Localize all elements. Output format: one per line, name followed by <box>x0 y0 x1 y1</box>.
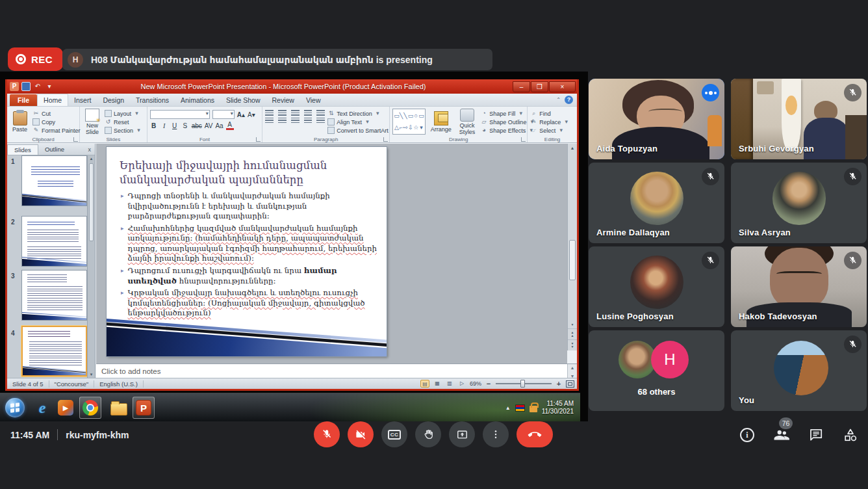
clipboard-dialog-launcher[interactable] <box>73 137 78 142</box>
window-titlebar[interactable]: P ↶ ▾ New Microsoft PowerPoint Presentat… <box>7 79 577 94</box>
thumbnail-scrollbar[interactable]: ▲ ▼ <box>87 155 95 378</box>
slide-thumbnail-3[interactable] <box>21 270 87 321</box>
minimize-button[interactable]: – <box>513 81 530 92</box>
undo-icon[interactable]: ↶ <box>33 82 42 91</box>
tray-security-icon[interactable] <box>530 406 537 412</box>
slideshow-view-button[interactable]: ▷ <box>457 380 466 388</box>
help-icon[interactable]: ? <box>565 96 573 104</box>
align-right-button[interactable] <box>291 118 300 124</box>
font-color-button[interactable]: A <box>226 121 234 130</box>
tab-home[interactable]: Home <box>37 94 68 106</box>
mic-toggle-button[interactable] <box>314 421 340 447</box>
align-left-button[interactable] <box>265 118 274 124</box>
justify-button[interactable] <box>304 118 313 124</box>
taskbar-ie-icon[interactable]: e <box>31 397 53 419</box>
tile-lusine-poghosyan[interactable]: Lusine Poghosyan <box>589 246 724 327</box>
shapes-gallery[interactable]: ▭╲╲▭○▭ △⌐⇨⇩☆▾ <box>392 109 426 135</box>
taskbar-clock[interactable]: 11:45 AM 11/30/2021 <box>542 400 578 416</box>
shadow-button[interactable]: S <box>181 122 189 129</box>
text-direction-button[interactable]: ⇅Text Direction ▾ <box>327 109 398 118</box>
format-painter-button[interactable]: ✎Format Painter <box>32 126 81 135</box>
decrease-indent-button[interactable] <box>291 110 300 116</box>
taskbar-chrome-icon[interactable] <box>79 397 101 419</box>
show-participants-button[interactable]: 76 <box>773 427 790 443</box>
tab-slide-show[interactable]: Slide Show <box>220 94 266 106</box>
taskbar-explorer-icon[interactable] <box>108 397 130 419</box>
reading-view-button[interactable]: ▥ <box>445 380 454 388</box>
slide-thumbnail-2[interactable] <box>21 216 87 267</box>
zoom-out-button[interactable]: − <box>485 380 492 388</box>
camera-toggle-button[interactable] <box>348 421 374 447</box>
columns-button[interactable] <box>316 118 325 124</box>
font-name-select[interactable] <box>150 110 210 119</box>
cut-button[interactable]: ✂Cut <box>32 109 81 118</box>
new-slide-button[interactable]: New Slide <box>83 109 102 135</box>
zoom-level[interactable]: 69% <box>470 380 481 387</box>
bold-button[interactable]: B <box>150 122 158 129</box>
tab-transitions[interactable]: Transitions <box>130 94 175 106</box>
font-dialog-launcher[interactable] <box>256 137 261 142</box>
tab-design[interactable]: Design <box>97 94 130 106</box>
start-button[interactable] <box>5 398 25 417</box>
tile-68-others[interactable]: H 68 others <box>589 330 724 411</box>
language-indicator[interactable]: English (U.S.) <box>94 380 144 388</box>
chat-button[interactable] <box>808 427 824 443</box>
qat-dropdown-icon[interactable]: ▾ <box>45 82 54 91</box>
arrange-button[interactable]: Arrange <box>428 109 454 135</box>
numbering-button[interactable] <box>278 110 287 116</box>
slide-thumbnail-1[interactable] <box>21 155 87 206</box>
present-screen-button[interactable] <box>449 421 475 447</box>
slides-tab[interactable]: Slides <box>7 144 38 155</box>
taskbar-powerpoint-icon[interactable]: P <box>133 397 155 419</box>
character-spacing-button[interactable]: AV <box>205 122 213 129</box>
zoom-in-button[interactable]: + <box>555 380 563 388</box>
theme-name[interactable]: "Concourse" <box>49 380 95 388</box>
tray-expand-icon[interactable]: ▲ <box>505 405 511 411</box>
align-text-button[interactable]: Align Text ▾ <box>327 118 398 126</box>
close-button[interactable]: × <box>549 81 576 92</box>
underline-button[interactable]: U <box>171 122 179 129</box>
grow-font-button[interactable]: A▴ <box>237 111 245 118</box>
copy-button[interactable]: Copy <box>32 118 81 126</box>
previous-slide-button[interactable]: ▲▲ <box>568 328 577 339</box>
drawing-dialog-launcher[interactable] <box>521 137 526 142</box>
zoom-slider[interactable] <box>496 383 552 384</box>
activities-button[interactable] <box>842 427 859 443</box>
tab-view[interactable]: View <box>300 94 327 106</box>
slide-thumbnail-4-selected[interactable] <box>21 326 87 377</box>
section-button[interactable]: Section ▾ <box>105 126 142 135</box>
slide-sorter-view-button[interactable]: ▦ <box>433 380 442 388</box>
thumb-scroll-up-icon[interactable]: ▲ <box>88 155 95 162</box>
layout-button[interactable]: Layout ▾ <box>105 109 142 118</box>
font-size-select[interactable] <box>212 110 235 119</box>
tab-file[interactable]: File <box>10 94 37 106</box>
increase-indent-button[interactable] <box>304 110 313 116</box>
outline-tab[interactable]: Outline <box>38 144 71 154</box>
tile-armine-dallaqyan[interactable]: Armine Dallaqyan <box>589 163 724 243</box>
shrink-font-button[interactable]: A▾ <box>248 111 255 118</box>
zoom-slider-thumb[interactable] <box>520 380 525 388</box>
paste-button[interactable]: Paste <box>10 109 30 135</box>
slide-4-canvas[interactable]: Երեխայի միջավայրի հումանացման մանկավարժա… <box>107 147 387 356</box>
tile-you[interactable]: You <box>731 330 867 411</box>
minimize-ribbon-icon[interactable]: ⌃ <box>556 97 561 103</box>
maximize-button[interactable]: ❒ <box>531 81 548 92</box>
scroll-down-icon[interactable]: ▼ <box>568 321 577 328</box>
tab-animations[interactable]: Animations <box>175 94 220 106</box>
tab-review[interactable]: Review <box>266 94 300 106</box>
line-spacing-button[interactable] <box>316 110 325 116</box>
tile-aida-topuzyan[interactable]: Aida Topuzyan <box>589 79 724 159</box>
normal-view-button[interactable]: ▤ <box>420 380 429 388</box>
align-center-button[interactable] <box>278 118 287 124</box>
captions-button[interactable]: CC <box>381 421 407 447</box>
panel-close-icon[interactable]: x <box>84 146 96 153</box>
italic-button[interactable]: I <box>160 122 168 129</box>
scroll-up-icon[interactable]: ▲ <box>568 144 577 152</box>
raise-hand-button[interactable] <box>415 421 441 447</box>
slide-scrollbar[interactable]: ▲ ▼ ▲▲ ▼▼ <box>567 144 577 350</box>
tray-language-flag-icon[interactable] <box>515 404 525 412</box>
select-button[interactable]: ☞Select ▾ <box>530 126 570 135</box>
find-button[interactable]: ⌕Find <box>530 109 570 118</box>
quick-styles-button[interactable]: Quick Styles <box>457 109 478 135</box>
paragraph-dialog-launcher[interactable] <box>383 137 388 142</box>
